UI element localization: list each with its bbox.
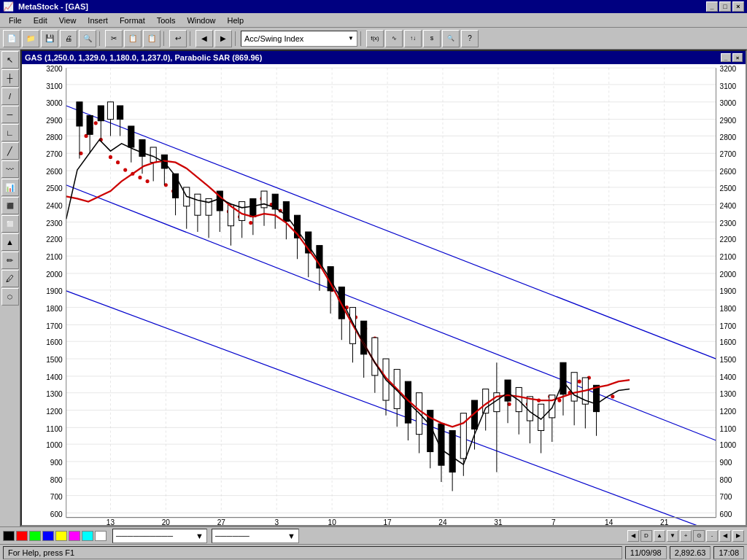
- svg-text:2500: 2500: [46, 184, 63, 192]
- color-green[interactable]: [29, 531, 41, 541]
- app-title: MetaStock - [GAS]: [18, 2, 706, 11]
- pointer-tool[interactable]: ↖: [1, 51, 19, 69]
- pen-tool[interactable]: 🖊: [1, 270, 19, 287]
- zoom-out-btn[interactable]: -: [706, 530, 718, 542]
- color-cyan[interactable]: [82, 531, 93, 541]
- ellipse-tool[interactable]: ⬜: [1, 215, 19, 233]
- save-button[interactable]: 💾: [41, 30, 58, 47]
- scroll-prev-btn[interactable]: ◀: [719, 530, 731, 542]
- chart-close-btn[interactable]: ×: [732, 53, 743, 62]
- line-weight-label: ──────: [215, 532, 249, 540]
- svg-point-101: [109, 155, 112, 159]
- svg-rect-187: [361, 321, 367, 354]
- scroll-next-btn[interactable]: ▶: [732, 530, 744, 542]
- menu-tools[interactable]: Tools: [151, 15, 182, 26]
- indicator-btn5[interactable]: 🔍: [442, 30, 460, 47]
- svg-text:600: 600: [50, 510, 63, 518]
- left-toolbar: ↖ ┼ / ─ ∟ ╱ 〰 📊 ⬛ ⬜ ▲ ✏ 🖊 ⬡: [0, 50, 20, 526]
- svg-text:2800: 2800: [720, 133, 737, 141]
- svg-rect-221: [549, 395, 555, 418]
- new-button[interactable]: 📄: [3, 30, 20, 47]
- menu-insert[interactable]: Insert: [82, 15, 114, 26]
- copy-button[interactable]: 📋: [124, 30, 142, 47]
- scroll-up-btn[interactable]: ▲: [654, 530, 665, 542]
- indicator-dropdown[interactable]: Acc/Swing Index ▼: [241, 31, 357, 47]
- cut-button[interactable]: ✂: [105, 30, 123, 47]
- bar-tool[interactable]: 📊: [1, 179, 19, 196]
- paste-button[interactable]: 📋: [143, 30, 160, 47]
- svg-text:1600: 1600: [46, 338, 63, 346]
- svg-rect-137: [87, 115, 93, 134]
- color-white[interactable]: [95, 531, 107, 541]
- scroll-left-btn[interactable]: ◀: [627, 530, 639, 542]
- menu-file[interactable]: File: [3, 15, 28, 26]
- print-button[interactable]: 🖨: [60, 30, 77, 47]
- svg-text:1900: 1900: [720, 287, 737, 295]
- rect-tool[interactable]: ⬛: [1, 197, 19, 214]
- trendline-tool[interactable]: /: [1, 88, 19, 105]
- channel-tool[interactable]: ╱: [1, 142, 19, 160]
- line-style-label: ──────────: [116, 532, 173, 540]
- bottom-toolbar: ────────── ▼ ────── ▼ ◀ D ▲ ▼ + ⊙ - ◀ ▶: [0, 526, 747, 544]
- menu-window[interactable]: Window: [181, 15, 221, 26]
- scroll-d-btn[interactable]: D: [640, 530, 652, 542]
- back-button[interactable]: ◀: [196, 30, 213, 47]
- svg-text:2100: 2100: [46, 253, 63, 261]
- maximize-button[interactable]: □: [719, 1, 731, 12]
- line-style-dropdown[interactable]: ────────── ▼: [112, 529, 207, 543]
- color-magenta[interactable]: [69, 531, 80, 541]
- color-yellow[interactable]: [55, 531, 67, 541]
- line-weight-dropdown[interactable]: ────── ▼: [212, 529, 299, 543]
- svg-rect-205: [460, 413, 466, 459]
- indicator-btn3[interactable]: ↑↓: [404, 30, 422, 47]
- svg-text:700: 700: [50, 493, 63, 501]
- svg-text:2600: 2600: [720, 168, 737, 176]
- arrow-tool[interactable]: ▲: [1, 233, 19, 251]
- svg-text:2400: 2400: [720, 202, 737, 210]
- color-red[interactable]: [16, 531, 28, 541]
- svg-text:2300: 2300: [720, 219, 737, 228]
- svg-text:1400: 1400: [46, 373, 63, 381]
- svg-text:2700: 2700: [720, 150, 737, 158]
- line-style-arrow: ▼: [196, 532, 204, 540]
- chart-minimize-btn[interactable]: _: [721, 53, 731, 62]
- svg-point-103: [123, 168, 127, 171]
- svg-text:2300: 2300: [46, 219, 63, 228]
- text-tool[interactable]: ✏: [1, 252, 19, 269]
- help-button[interactable]: ?: [461, 30, 479, 47]
- indicator-btn1[interactable]: f(x): [366, 30, 384, 47]
- svg-point-105: [138, 176, 142, 179]
- menu-view[interactable]: View: [53, 15, 82, 26]
- svg-text:3000: 3000: [720, 99, 737, 107]
- svg-rect-217: [527, 397, 533, 421]
- svg-rect-213: [505, 380, 511, 401]
- indicator-btn2[interactable]: ∿: [385, 30, 403, 47]
- chart-inner[interactable]: 3200 3100 3000 2900 2800 2700 2600 2500 …: [22, 64, 746, 525]
- undo-button[interactable]: ↩: [169, 30, 187, 47]
- svg-text:1100: 1100: [46, 424, 63, 432]
- menu-edit[interactable]: Edit: [28, 15, 53, 26]
- fib-tool[interactable]: ⬡: [1, 288, 19, 306]
- angle-tool[interactable]: ∟: [1, 124, 19, 141]
- app-icon: 📈: [3, 1, 14, 12]
- color-black[interactable]: [3, 531, 15, 541]
- wave-tool[interactable]: 〰: [1, 160, 19, 178]
- zoom-in-btn[interactable]: +: [680, 530, 692, 542]
- svg-rect-225: [571, 373, 577, 401]
- target-btn[interactable]: ⊙: [693, 530, 705, 542]
- color-blue[interactable]: [42, 531, 54, 541]
- horizontal-tool[interactable]: ─: [1, 106, 19, 123]
- forward-button[interactable]: ▶: [214, 30, 232, 47]
- open-button[interactable]: 📁: [22, 30, 39, 47]
- crosshair-tool[interactable]: ┼: [1, 69, 19, 87]
- menu-format[interactable]: Format: [114, 15, 151, 26]
- menu-help[interactable]: Help: [222, 15, 250, 26]
- scroll-down-btn[interactable]: ▼: [667, 530, 678, 542]
- minimize-button[interactable]: _: [706, 1, 718, 12]
- svg-text:3200: 3200: [720, 65, 737, 73]
- svg-text:3100: 3100: [46, 82, 63, 90]
- main-toolbar: 📄 📁 💾 🖨 🔍 ✂ 📋 📋 ↩ ◀ ▶ Acc/Swing Index ▼ …: [0, 28, 747, 50]
- close-button[interactable]: ×: [732, 1, 744, 12]
- indicator-btn4[interactable]: $: [423, 30, 441, 47]
- preview-button[interactable]: 🔍: [79, 30, 96, 47]
